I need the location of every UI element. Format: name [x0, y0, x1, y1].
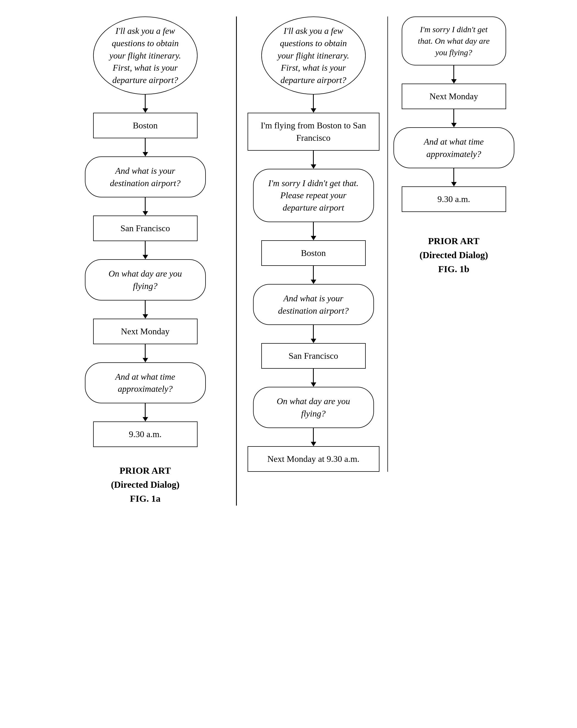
fig1b-right-r2: 9.30 a.m. — [402, 186, 506, 212]
arrow-1b-l-3 — [311, 222, 316, 240]
fig1a-node-r4: 9.30 a.m. — [93, 421, 197, 447]
main-container: I'll ask you a few questions to obtain y… — [11, 17, 566, 505]
arrow-1a-5 — [143, 301, 148, 319]
arrow-1a-4 — [143, 241, 148, 259]
arrow-1b-l-4 — [311, 266, 316, 284]
column-divider — [236, 17, 237, 505]
fig1b-right-q2: And at what time approximately? — [393, 127, 514, 168]
fig1b-left-q4: On what day are you flying? — [253, 387, 374, 428]
fig1b-left-r4: Next Monday at 9.30 a.m. — [248, 446, 380, 472]
arrow-1b-l-1 — [311, 95, 316, 113]
fig1b-right-r1: Next Monday — [402, 84, 506, 109]
arrow-1a-2 — [143, 138, 148, 156]
arrow-1a-6 — [143, 344, 148, 362]
fig1a-node-q1: I'll ask you a few questions to obtain y… — [93, 17, 197, 95]
arrow-1a-3 — [143, 198, 148, 215]
fig1a-node-r1: Boston — [93, 113, 197, 138]
fig1b-caption: PRIOR ART (Directed Dialog) FIG. 1b — [419, 212, 488, 276]
arrow-1b-l-2 — [311, 151, 316, 169]
fig1b-right-q1: I'm sorry I didn't get that. On what day… — [402, 17, 506, 66]
fig1a-node-q2: And what is your destination airport? — [85, 156, 206, 198]
fig1b-columns: I'll ask you a few questions to obtain y… — [240, 17, 520, 472]
fig1a-column: I'll ask you a few questions to obtain y… — [57, 17, 233, 505]
fig1b-wrapper: I'll ask you a few questions to obtain y… — [240, 17, 520, 472]
fig1b-left-r2: Boston — [261, 240, 366, 266]
fig1a-node-r2: San Francisco — [93, 215, 197, 241]
arrow-1a-7 — [143, 403, 148, 421]
arrow-1b-r-2 — [451, 109, 457, 127]
arrow-1a-1 — [143, 95, 148, 113]
arrow-1b-l-7 — [311, 428, 316, 446]
arrow-1b-l-6 — [311, 369, 316, 387]
fig1b-left-q2: I'm sorry I didn't get that. Please repe… — [253, 169, 374, 222]
fig1b-left-col: I'll ask you a few questions to obtain y… — [240, 17, 388, 472]
fig1b-right-col: I'm sorry I didn't get that. On what day… — [388, 17, 520, 276]
fig1a-node-q3: On what day are you flying? — [85, 259, 206, 301]
fig1b-left-q1: I'll ask you a few questions to obtain y… — [261, 17, 366, 95]
fig1a-node-q4: And at what time approximately? — [85, 362, 206, 404]
fig1b-left-r3: San Francisco — [261, 343, 366, 369]
arrow-1b-r-3 — [451, 168, 457, 186]
fig1a-node-r3: Next Monday — [93, 319, 197, 344]
arrow-1b-l-5 — [311, 325, 316, 343]
fig1a-caption: PRIOR ART (Directed Dialog) FIG. 1a — [111, 464, 180, 505]
arrow-1b-r-1 — [451, 66, 457, 84]
fig1b-left-q3: And what is your destination airport? — [253, 284, 374, 325]
fig1b-left-r1: I'm flying from Boston to San Francisco — [248, 113, 380, 151]
